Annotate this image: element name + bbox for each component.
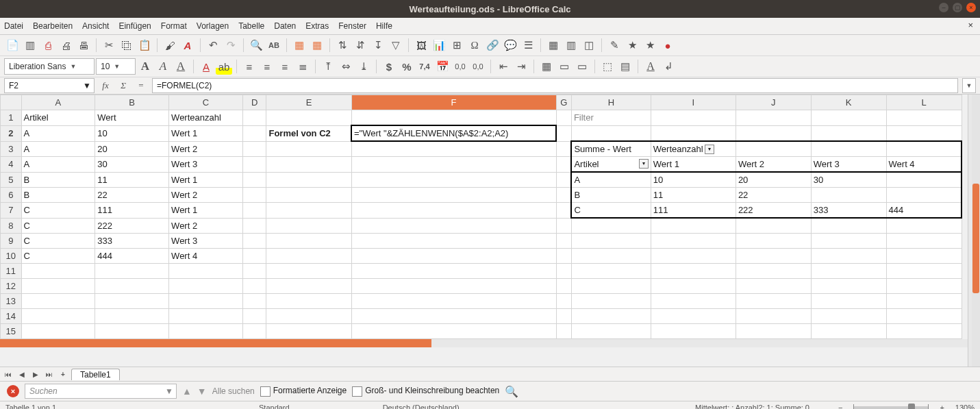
cell[interactable] <box>266 172 351 188</box>
cell[interactable] <box>351 110 556 126</box>
headers-icon[interactable]: ☰ <box>520 37 536 53</box>
cell[interactable]: C <box>21 249 95 264</box>
cell[interactable]: Wert 3 <box>169 234 243 249</box>
percent-icon[interactable]: % <box>399 58 415 75</box>
cell[interactable] <box>886 249 962 264</box>
align-right-icon[interactable]: ≡ <box>277 58 293 75</box>
cell[interactable] <box>556 141 571 157</box>
align-justify-icon[interactable]: ≣ <box>294 58 311 75</box>
menu-hilfe[interactable]: Hilfe <box>376 21 392 31</box>
cell[interactable] <box>266 249 351 264</box>
cell[interactable] <box>811 125 886 141</box>
cell[interactable]: A <box>21 141 95 157</box>
cell[interactable] <box>242 279 266 294</box>
cell[interactable] <box>266 234 351 249</box>
sort-desc-icon[interactable]: ⇵ <box>352 37 368 53</box>
border-style-icon[interactable]: ▭ <box>556 58 573 75</box>
cell[interactable] <box>242 264 266 279</box>
col-header-A[interactable]: A <box>21 95 95 110</box>
cell[interactable] <box>886 125 962 141</box>
cell[interactable] <box>169 294 243 309</box>
underline-icon[interactable]: A <box>173 58 189 75</box>
cell[interactable] <box>242 110 266 126</box>
cell[interactable] <box>886 264 962 279</box>
cell[interactable] <box>886 234 962 249</box>
row-header[interactable]: 10 <box>1 249 22 264</box>
sort-asc-icon[interactable]: ⇅ <box>334 37 351 53</box>
cell[interactable]: Wert 2 <box>169 218 243 234</box>
sum-icon[interactable]: Σ <box>116 80 130 91</box>
cell[interactable] <box>242 141 266 157</box>
merge-icon[interactable]: ⬚ <box>599 58 616 75</box>
pivot-cell[interactable]: Summe - Wert <box>571 141 651 157</box>
cell[interactable] <box>242 234 266 249</box>
row-header[interactable]: 7 <box>1 203 22 219</box>
row-header[interactable]: 12 <box>1 279 22 294</box>
col-header-J[interactable]: J <box>736 95 811 110</box>
cell[interactable] <box>556 203 571 219</box>
menu-extras[interactable]: Extras <box>305 21 329 31</box>
cell[interactable] <box>736 125 811 141</box>
cell[interactable] <box>21 294 95 309</box>
minimize-button[interactable]: – <box>939 3 948 12</box>
pivot-cell[interactable]: C <box>571 203 651 219</box>
cell[interactable]: Filter <box>571 110 651 126</box>
cell[interactable] <box>886 309 962 324</box>
row-header[interactable]: 2 <box>1 125 22 141</box>
pivot-cell[interactable]: 111 <box>651 203 736 219</box>
corner-header[interactable] <box>1 95 22 110</box>
col-header-I[interactable]: I <box>651 95 736 110</box>
pivot-cell[interactable] <box>886 188 962 203</box>
clear-format-icon[interactable]: A <box>179 37 196 53</box>
cell[interactable]: 22 <box>95 188 169 203</box>
date-icon[interactable]: 📅 <box>434 58 451 75</box>
cell[interactable] <box>651 264 736 279</box>
cell[interactable] <box>169 309 243 324</box>
row-header[interactable]: 13 <box>1 294 22 309</box>
cell[interactable] <box>351 203 556 219</box>
cell[interactable] <box>556 279 571 294</box>
cell[interactable] <box>556 309 571 324</box>
special-char-icon[interactable]: Ω <box>466 37 483 53</box>
cell[interactable] <box>556 294 571 309</box>
highlight-icon[interactable]: ab <box>216 58 232 75</box>
maximize-button[interactable]: ▢ <box>953 3 962 12</box>
cell[interactable] <box>242 218 266 234</box>
cell[interactable] <box>21 279 95 294</box>
pivot-cell[interactable]: 222 <box>736 203 811 219</box>
cell[interactable] <box>886 218 962 234</box>
cell[interactable]: C <box>21 218 95 234</box>
cell-selected[interactable]: ="Wert "&ZÄHLENWENN($A$2:A2;A2) <box>351 125 556 141</box>
font-size-combo[interactable]: 10 ▼ <box>96 58 136 75</box>
cell[interactable] <box>266 218 351 234</box>
cell[interactable] <box>242 324 266 339</box>
zoom-value[interactable]: 130% <box>955 404 975 409</box>
cell[interactable] <box>242 294 266 309</box>
cell[interactable]: 444 <box>95 249 169 264</box>
cell[interactable] <box>242 125 266 141</box>
cell[interactable] <box>242 249 266 264</box>
row-header[interactable]: 11 <box>1 264 22 279</box>
add-sheet-icon[interactable]: + <box>58 371 68 378</box>
cell[interactable] <box>351 264 556 279</box>
cell[interactable] <box>351 279 556 294</box>
cell[interactable] <box>651 218 736 234</box>
pivot-cell[interactable]: Wert 1 <box>651 157 736 173</box>
formatted-display-checkbox[interactable]: Formatierte Anzeige <box>260 386 347 396</box>
find-prev-icon[interactable]: ▲ <box>182 386 192 397</box>
menu-vorlagen[interactable]: Vorlagen <box>197 21 229 31</box>
cell[interactable]: Werteanzahl <box>169 110 243 126</box>
open-icon[interactable]: ▥ <box>22 37 38 53</box>
pivot-cell[interactable] <box>886 141 962 157</box>
page-style[interactable]: Standard <box>259 404 290 409</box>
menu-daten[interactable]: Daten <box>274 21 296 31</box>
cell[interactable] <box>736 324 811 339</box>
cell[interactable]: 111 <box>95 203 169 219</box>
cell[interactable]: Wert 1 <box>169 172 243 188</box>
cell[interactable] <box>556 188 571 203</box>
star2-icon[interactable]: ★ <box>642 37 658 53</box>
cell[interactable] <box>886 294 962 309</box>
spellcheck-icon[interactable]: AB <box>266 37 282 53</box>
cell[interactable] <box>736 264 811 279</box>
redo-icon[interactable]: ↷ <box>223 37 239 53</box>
